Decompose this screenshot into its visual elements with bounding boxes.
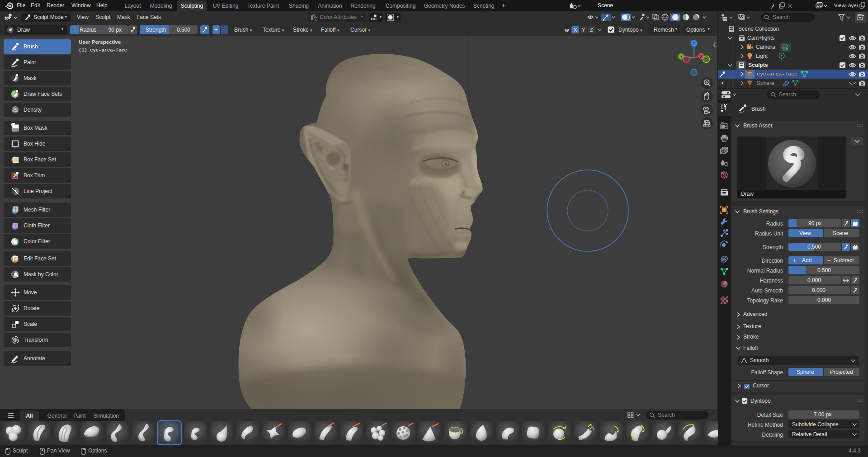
svg-text:Y: Y [680,55,683,59]
svg-text:Z: Z [590,27,593,33]
svg-text:X: X [700,54,703,59]
svg-text:X: X [574,27,577,33]
svg-text:Z: Z [693,42,695,46]
svg-text:Y: Y [582,27,585,33]
